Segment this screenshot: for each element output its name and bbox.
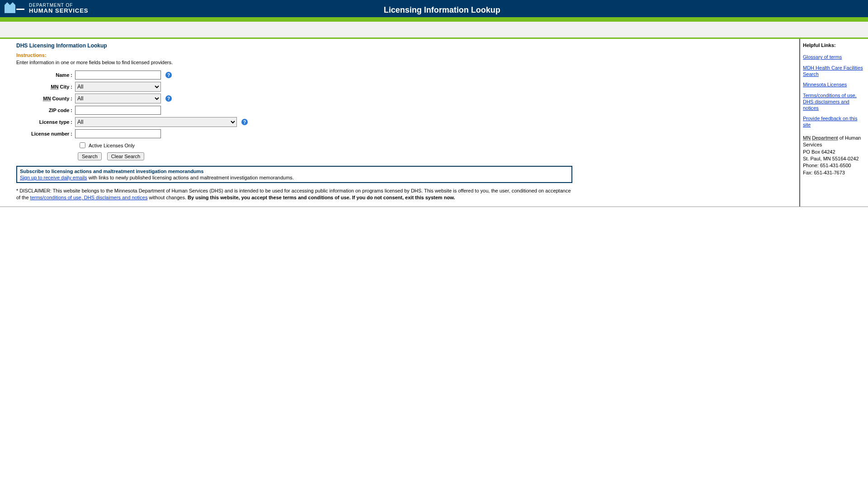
active-only-label: Active Licenses Only <box>89 143 135 148</box>
link-terms[interactable]: Terms/conditions of use, DHS disclaimers… <box>803 93 865 111</box>
county-label: MN County : <box>16 96 75 101</box>
subscribe-box: Subscribe to licensing actions and maltr… <box>16 166 572 183</box>
subscribe-text: Sign up to receive daily emails with lin… <box>20 175 569 180</box>
mn-logo-icon <box>5 2 24 15</box>
logo-text-line2: HUMAN SERVICES <box>29 8 89 14</box>
header-bar: DEPARTMENT OF HUMAN SERVICES Licensing I… <box>0 0 868 17</box>
subscribe-title: Subscribe to licensing actions and maltr… <box>20 169 569 174</box>
license-number-input[interactable] <box>75 129 161 138</box>
link-mn-licenses[interactable]: Minnesota Licenses <box>803 82 865 88</box>
instructions-text: Enter information in one or more fields … <box>16 60 796 65</box>
help-icon[interactable]: ? <box>165 95 172 102</box>
help-icon[interactable]: ? <box>165 72 172 78</box>
sidebar: Helpful Links: Glossary of terms MDH Hea… <box>800 39 868 206</box>
license-type-label: License type : <box>16 119 75 125</box>
link-mdh-search[interactable]: MDH Health Care Facilities Search <box>803 65 865 78</box>
name-label: Name : <box>16 72 75 78</box>
contact-address: MN Department of Human Services PO Box 6… <box>803 135 865 176</box>
search-button[interactable]: Search <box>78 152 102 160</box>
city-label: MN City : <box>16 84 75 89</box>
mn-abbr: MN <box>43 96 51 101</box>
county-select[interactable]: All <box>75 94 161 103</box>
page-heading: DHS Licensing Information Lookup <box>16 42 796 49</box>
disclaimer-terms-link[interactable]: terms/conditions of use, DHS disclaimers… <box>30 195 148 200</box>
sidebar-heading: Helpful Links: <box>803 42 865 48</box>
license-type-select[interactable]: All <box>75 117 237 127</box>
logo: DEPARTMENT OF HUMAN SERVICES <box>5 2 89 15</box>
page-title: Licensing Information Lookup <box>89 3 863 15</box>
mn-abbr: MN <box>51 84 58 89</box>
zip-input[interactable] <box>75 106 161 115</box>
name-input[interactable] <box>75 70 161 80</box>
link-feedback[interactable]: Provide feedback on this site <box>803 116 865 128</box>
svg-rect-2 <box>16 9 24 10</box>
dept-abbr: Department <box>812 135 838 141</box>
svg-rect-0 <box>5 5 15 13</box>
link-glossary[interactable]: Glossary of terms <box>803 54 865 61</box>
help-icon[interactable]: ? <box>241 119 248 125</box>
accent-bar <box>0 17 868 22</box>
license-number-label: License number : <box>16 131 75 136</box>
main-panel: DHS Licensing Information Lookup Instruc… <box>0 39 800 206</box>
instructions-heading: Instructions: <box>16 52 796 58</box>
city-select[interactable]: All <box>75 82 161 92</box>
clear-search-button[interactable]: Clear Search <box>107 152 144 160</box>
subscribe-signup-link[interactable]: Sign up to receive daily emails <box>20 175 87 180</box>
active-only-checkbox[interactable] <box>80 142 85 148</box>
mn-abbr: MN <box>803 135 811 141</box>
nav-stripe <box>0 22 868 39</box>
svg-marker-1 <box>5 2 15 5</box>
disclaimer-text: * DISCLAIMER: This website belongs to th… <box>16 188 572 201</box>
search-form: Name : ? MN City : All MN County : <box>16 70 796 160</box>
zip-label: ZIP code : <box>16 108 75 113</box>
